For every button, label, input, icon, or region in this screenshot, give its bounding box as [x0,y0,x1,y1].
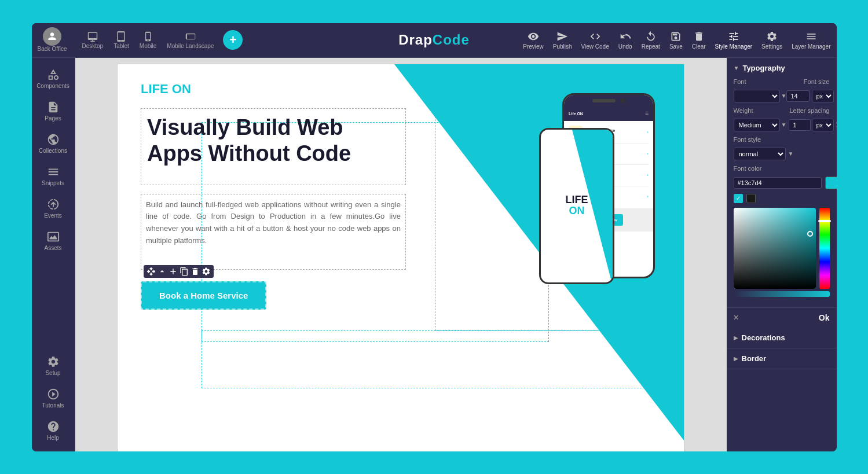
sidebar-components-label: Components [36,83,69,89]
sidebar-item-components[interactable]: Components [32,64,75,94]
font-inputs-row: ▼ px em % ▲ ▼ [734,90,830,102]
save-label: Save [669,43,683,50]
letter-spacing-up[interactable]: ▲ [835,119,836,124]
device-buttons: Desktop Tablet Mobile Mobi [82,31,214,49]
sidebar-item-setup[interactable]: Setup [32,351,75,381]
undo-label: Undo [618,43,632,50]
border-section[interactable]: ▶ Border [727,348,837,369]
hero-title: Visually Build Web Apps Without Code [147,115,400,167]
font-color-row [734,177,830,189]
sidebar-item-snippets[interactable]: Snippets [32,161,75,191]
device-mobile-label: Mobile [140,43,156,49]
gradient-main[interactable] [734,208,816,289]
logo-text: LIFE [141,82,172,96]
font-style-select[interactable]: normal italic oblique [734,148,786,160]
sidebar-item-tutorials[interactable]: Tutorials [32,383,75,413]
font-size-unit-select[interactable]: px em % [812,90,834,102]
weight-labels-row: Weight Letter spacing [734,107,830,114]
device-tablet[interactable]: Tablet [113,31,129,49]
sidebar-item-pages[interactable]: Pages [32,96,75,126]
font-color-label: Font color [734,165,762,172]
font-color-label-row: Font color [734,165,830,172]
sidebar-pages-label: Pages [45,115,61,122]
save-button[interactable]: Save [669,31,683,50]
app-logo: DrapCode [398,32,470,48]
gradient-dark [734,208,816,289]
life-on-screen: LIFE ON [541,130,613,282]
weight-select-wrapper: Medium Bold Light Normal ▼ [734,119,787,131]
typography-section: ▼ Typography Font Font size ▼ [727,58,837,308]
color-checkboxes: ✓ [734,194,830,203]
device-tablet-label: Tablet [113,43,129,49]
hue-indicator [818,220,831,222]
device-mobile-landscape-label: Mobile Landscape [167,43,214,49]
user-avatar[interactable] [43,27,61,46]
ok-cancel-row: × Ok [727,308,837,328]
opacity-bar[interactable] [734,291,830,297]
font-color-swatch[interactable] [825,177,837,189]
font-style-label: Font style [734,136,761,143]
letter-spacing-unit-select[interactable]: px em [812,119,834,131]
settings-button[interactable]: Settings [761,31,782,50]
ok-button[interactable]: Ok [819,313,830,322]
decorations-title: Decorations [742,333,785,342]
sidebar-item-collections[interactable]: Collections [32,128,75,159]
preview-button[interactable]: Preview [523,31,544,50]
phone-mockup-area: Life ON ☰ Beau [539,93,666,371]
clear-button[interactable]: Clear [692,31,706,50]
page-canvas: LIFE ON Visually Build Web Apps Without … [117,64,684,451]
decorations-section[interactable]: ▶ Decorations [727,328,837,348]
font-size-label: Font size [804,78,830,85]
font-style-row: normal italic oblique ▼ [734,148,830,160]
typography-arrow: ▼ [734,65,739,71]
add-element-button[interactable]: + [223,30,243,50]
font-size-input[interactable] [786,90,810,102]
checkbox-teal[interactable]: ✓ [734,194,743,203]
font-select[interactable] [734,90,780,102]
layer-manager-button[interactable]: Layer Manager [792,31,830,50]
hue-bar[interactable] [819,208,830,289]
sidebar-item-help[interactable]: Help [32,416,75,446]
cta-button[interactable]: Book a Home Service [141,281,266,310]
letter-spacing-down[interactable]: ▼ [835,125,836,130]
view-code-button[interactable]: View Code [581,31,609,50]
publish-button[interactable]: Publish [553,31,572,50]
life-on-screen-text: LIFE [566,194,588,205]
toolbar-up-icon[interactable] [158,267,167,276]
font-dropdown-arrow: ▼ [781,93,787,99]
device-mobile[interactable]: Mobile [140,31,156,49]
weight-select[interactable]: Medium Bold Light Normal [734,119,780,131]
toolbar-delete-icon[interactable] [191,267,200,276]
style-manager-button[interactable]: Style Manager [715,31,752,50]
undo-button[interactable]: Undo [618,31,632,50]
sidebar-item-assets[interactable]: Assets [32,226,75,256]
sidebar-collections-label: Collections [39,148,67,154]
sidebar-help-label: Help [47,435,59,441]
layer-manager-label: Layer Manager [792,43,830,50]
toolbar-add-icon[interactable] [169,267,178,276]
cancel-button[interactable]: × [734,313,739,323]
checkbox-dark[interactable] [746,194,756,203]
hero-subtitle: Build and launch full-fledged web applic… [146,199,401,247]
toolbar-settings-icon[interactable] [202,267,211,276]
typography-header[interactable]: ▼ Typography [734,64,830,72]
canvas-area: LIFE ON Visually Build Web Apps Without … [75,58,727,451]
repeat-label: Repeat [642,43,660,50]
logo-on-text: ON [172,82,191,96]
device-desktop[interactable]: Desktop [82,31,103,49]
font-color-input[interactable] [734,177,822,189]
element-toolbar [144,265,214,278]
letter-spacing-spinners: ▲ ▼ [835,119,836,130]
letter-spacing-input[interactable] [789,119,811,131]
top-bar-right: Preview Publish View Code Undo [523,31,830,50]
font-size-wrapper: px em % ▲ ▼ [786,90,836,102]
content-area: Components Pages Collections Snippets Ev… [32,58,837,451]
toolbar-duplicate-icon[interactable] [180,267,189,276]
sidebar-item-events[interactable]: Events [32,193,75,223]
typography-title: Typography [742,64,785,72]
device-mobile-landscape[interactable]: Mobile Landscape [167,31,214,49]
settings-label: Settings [761,43,782,50]
repeat-button[interactable]: Repeat [642,31,660,50]
border-title: Border [742,354,767,363]
toolbar-move-icon[interactable] [147,267,156,276]
